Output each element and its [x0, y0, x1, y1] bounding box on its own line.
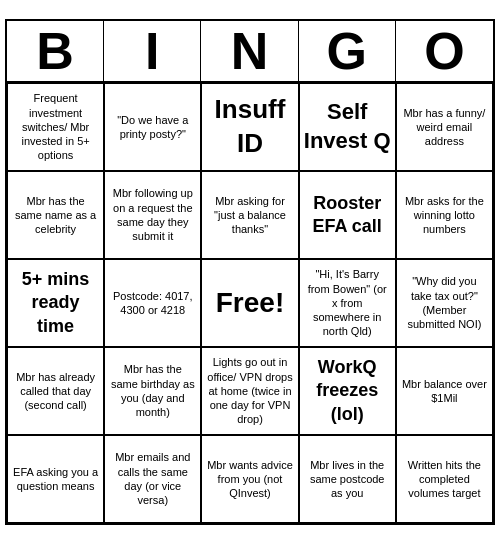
bingo-cell-23: Mbr lives in the same postcode as you: [299, 435, 396, 523]
bingo-cell-4: Mbr has a funny/ weird email address: [396, 83, 493, 171]
bingo-cell-2: Insuff ID: [201, 83, 298, 171]
bingo-cell-7: Mbr asking for "just a balance thanks": [201, 171, 298, 259]
bingo-letter-B: B: [7, 21, 104, 81]
bingo-cell-17: Lights go out in office/ VPN drops at ho…: [201, 347, 298, 435]
bingo-cell-8: Rooster EFA call: [299, 171, 396, 259]
bingo-cell-5: Mbr has the same name as a celebrity: [7, 171, 104, 259]
bingo-cell-10: 5+ mins ready time: [7, 259, 104, 347]
bingo-letter-O: O: [396, 21, 493, 81]
bingo-cell-13: "Hi, It's Barry from Bowen" (or x from s…: [299, 259, 396, 347]
bingo-cell-22: Mbr wants advice from you (not QInvest): [201, 435, 298, 523]
bingo-cell-12: Free!: [201, 259, 298, 347]
bingo-cell-9: Mbr asks for the winning lotto numbers: [396, 171, 493, 259]
bingo-header: BINGO: [7, 21, 493, 83]
bingo-cell-11: Postcode: 4017, 4300 or 4218: [104, 259, 201, 347]
bingo-letter-I: I: [104, 21, 201, 81]
bingo-cell-14: "Why did you take tax out?" (Member subm…: [396, 259, 493, 347]
bingo-cell-24: Written hits the completed volumes targe…: [396, 435, 493, 523]
bingo-letter-N: N: [201, 21, 298, 81]
bingo-cell-18: WorkQ freezes (lol): [299, 347, 396, 435]
bingo-cell-16: Mbr has the same birthday as you (day an…: [104, 347, 201, 435]
bingo-cell-20: EFA asking you a question means: [7, 435, 104, 523]
bingo-cell-21: Mbr emails and calls the same day (or vi…: [104, 435, 201, 523]
bingo-cell-15: Mbr has already called that day (second …: [7, 347, 104, 435]
bingo-cell-6: Mbr following up on a request the same d…: [104, 171, 201, 259]
bingo-grid: Frequent investment switches/ Mbr invest…: [7, 83, 493, 523]
bingo-card: BINGO Frequent investment switches/ Mbr …: [5, 19, 495, 525]
bingo-letter-G: G: [299, 21, 396, 81]
bingo-cell-3: Self Invest Q: [299, 83, 396, 171]
bingo-cell-0: Frequent investment switches/ Mbr invest…: [7, 83, 104, 171]
bingo-cell-19: Mbr balance over $1Mil: [396, 347, 493, 435]
bingo-cell-1: "Do we have a printy posty?": [104, 83, 201, 171]
